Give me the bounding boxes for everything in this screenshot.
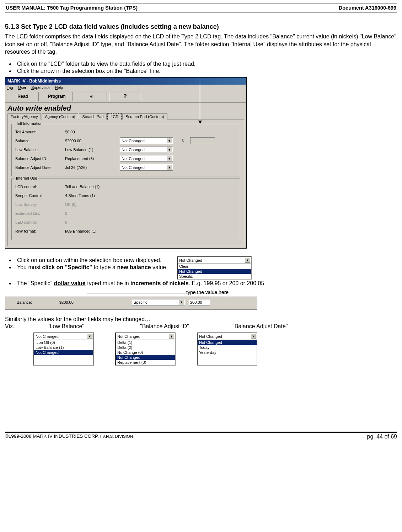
chevron-down-icon[interactable]: ▼ <box>251 334 256 339</box>
dd-action-opt-specific[interactable]: Specific <box>178 274 251 279</box>
dd-aid-opt-3[interactable]: Not Changed <box>116 355 175 360</box>
print-icon[interactable]: 🖨 <box>75 92 107 101</box>
balance-amount-input[interactable] <box>190 137 215 144</box>
dd-ad-top: Not Changed <box>199 334 222 339</box>
label-ext-led: Extended LED: <box>15 211 65 216</box>
value-rw-format: IAG Enhanced (1) <box>65 229 118 233</box>
value-balance: $2000.00 <box>65 139 118 143</box>
dd-aid-opt-1[interactable]: Delta (2) <box>116 345 175 350</box>
row-beeper: Beeper Control: 4 Short Tones (1) <box>15 192 236 200</box>
app-title: MARK IV - BobMiddlemiss <box>7 79 61 84</box>
viz-label: Viz. <box>5 323 26 330</box>
dd-ad-opt-0[interactable]: Not Changed <box>198 340 257 345</box>
chevron-down-icon[interactable]: ▼ <box>245 257 250 263</box>
dropdown-low-balance[interactable]: Not Changed ▼ Icon Off (0) Low Balance (… <box>33 332 94 366</box>
toll-info-title: Toll Information <box>15 121 44 126</box>
dd-lb-opt-2[interactable]: Not Changed <box>34 350 93 355</box>
footer-copyright: ©1999-2008 MARK IV INDUSTRIES CORP. I.V.… <box>5 433 133 440</box>
tab-agency-custom[interactable]: Agency (Custom) <box>42 113 78 119</box>
label-beeper: Beeper Control: <box>15 193 65 198</box>
row-low-balance: Low Balance: Low Balance (1) Not Changed… <box>15 146 236 154</box>
combo-balance[interactable]: Not Changed ▼ <box>120 137 173 144</box>
dd-aid-opt-2[interactable]: No Change (0) <box>116 350 175 355</box>
label-low-balance: Low Balance: <box>15 148 65 152</box>
dd-aid-opt-4[interactable]: Replacement (3) <box>116 360 175 365</box>
row-balance: Balance: $2000.00 Not Changed ▼ $ <box>15 137 236 145</box>
tab-scratch-pad[interactable]: Scratch Pad <box>79 113 107 119</box>
bullet-list-a: Click on the "LCD" folder tab to view th… <box>5 61 397 74</box>
label-low-battery: Low Battery: <box>15 202 65 207</box>
chevron-down-icon[interactable]: ▼ <box>169 334 174 339</box>
scrollbar[interactable] <box>5 297 11 309</box>
dd-action-opt-notchanged[interactable]: Not Changed <box>178 269 251 274</box>
dd-aid-opt-0[interactable]: Delta (1) <box>116 340 175 345</box>
row-rw-format: R/W format: IAG Enhanced (1) <box>15 227 236 235</box>
combo-adjust-id[interactable]: Not Changed ▼ <box>120 155 173 162</box>
pointer-arrow <box>200 60 200 123</box>
tab-row: Factory/Agency Agency (Custom) Scratch P… <box>5 113 246 119</box>
program-button[interactable]: Program <box>41 92 73 101</box>
tab-scratch-pad-custom[interactable]: Scratch Pad (Custom) <box>122 113 167 119</box>
toll-info-group: Toll Information Toll Amount: $0.00 Bala… <box>11 124 240 176</box>
menu-supervisor[interactable]: Supervisor <box>31 85 50 90</box>
read-button[interactable]: Read <box>7 92 39 101</box>
chevron-down-icon[interactable]: ▼ <box>167 138 172 143</box>
value-lcd-control: Toll and Balance (1) <box>65 185 118 189</box>
toolbar: Read Program 🖨 ? <box>5 90 246 103</box>
row-low-battery: Low Battery: OK (0) <box>15 201 236 208</box>
dd-lb-top: Not Changed <box>36 334 59 339</box>
viz-col-adjustdate: "Balance Adjust Date" <box>232 323 304 330</box>
menu-help[interactable]: Help <box>55 85 63 90</box>
viz-col-lowbalance: "Low Balance" <box>48 323 119 330</box>
bullet-b-1: Click on an action within the selection … <box>15 257 172 264</box>
value-led-control: 0 <box>65 220 118 224</box>
footer-page: pg. 44 of 69 <box>367 433 397 440</box>
strip-combo-specific[interactable]: Specific ▼ <box>132 299 185 306</box>
tab-factory-agency[interactable]: Factory/Agency <box>7 113 41 119</box>
row-adjust-id: Balance Adjust ID: Replacement (3) Not C… <box>15 155 236 163</box>
label-led-control: LED control: <box>15 220 65 224</box>
bullet-b-2: You must click on "Specific" to type a n… <box>15 264 172 271</box>
dd-ad-opt-1[interactable]: Today <box>198 345 257 350</box>
dd-action-top: Not Changed <box>179 258 202 262</box>
strip-label-balance: Balance: <box>17 300 59 304</box>
dollar-label: $ <box>182 139 184 143</box>
value-low-balance: Low Balance (1) <box>65 148 118 152</box>
value-low-battery: OK (0) <box>65 202 118 207</box>
dd-lb-opt-0[interactable]: Icon Off (0) <box>34 340 93 345</box>
combo-adjust-date-text: Not Changed <box>122 165 145 170</box>
dropdown-adjust-id[interactable]: Not Changed ▼ Delta (1) Delta (2) No Cha… <box>115 332 176 366</box>
dd-aid-top: Not Changed <box>117 334 140 339</box>
chevron-down-icon[interactable]: ▼ <box>167 165 172 170</box>
chevron-down-icon[interactable]: ▼ <box>87 334 92 339</box>
dd-action-opt-clear[interactable]: Clear <box>178 264 251 269</box>
type-here-label: type the value here <box>186 289 229 295</box>
chevron-down-icon[interactable]: ▼ <box>179 300 184 305</box>
section-heading: 5.1.3 Set Type 2 LCD data field values (… <box>5 23 397 31</box>
internal-use-title: Internal Use <box>15 176 38 180</box>
strip-value-balance: $200.00 <box>59 300 130 304</box>
chevron-down-icon[interactable]: ▼ <box>167 156 172 161</box>
value-adjust-date: Jul 26 (7/26) <box>65 165 118 170</box>
header-left: USER MANUAL: T500 Tag Programming Statio… <box>6 5 138 11</box>
strip-amount-input[interactable]: 200.00 <box>189 299 210 306</box>
auto-write-label: Auto write enabled <box>5 103 246 113</box>
viz-col-adjustid: "Balance Adjust ID" <box>140 323 211 330</box>
menu-tag[interactable]: Tag <box>7 85 13 90</box>
tab-lcd[interactable]: LCD <box>107 113 122 119</box>
help-icon[interactable]: ? <box>109 92 141 101</box>
similarly-text: Similarly the values for the other field… <box>5 316 397 323</box>
dropdown-action-list[interactable]: Not Changed ▼ Clear Not Changed Specific <box>177 256 252 280</box>
label-rw-format: R/W format: <box>15 229 65 233</box>
combo-adjust-id-text: Not Changed <box>122 156 145 161</box>
combo-low-balance[interactable]: Not Changed ▼ <box>120 146 173 153</box>
dd-ad-opt-2[interactable]: Yesterday <box>198 350 257 355</box>
dd-lb-opt-1[interactable]: Low Balance (1) <box>34 345 93 350</box>
strip-combo-text: Specific <box>134 300 148 304</box>
titlebar: MARK IV - BobMiddlemiss <box>5 78 246 85</box>
chevron-down-icon[interactable]: ▼ <box>167 147 172 152</box>
menu-user[interactable]: User <box>18 85 26 90</box>
combo-adjust-date[interactable]: Not Changed ▼ <box>120 164 173 171</box>
dropdown-adjust-date[interactable]: Not Changed ▼ Not Changed Today Yesterda… <box>197 332 257 366</box>
label-lcd-control: LCD control: <box>15 185 65 189</box>
